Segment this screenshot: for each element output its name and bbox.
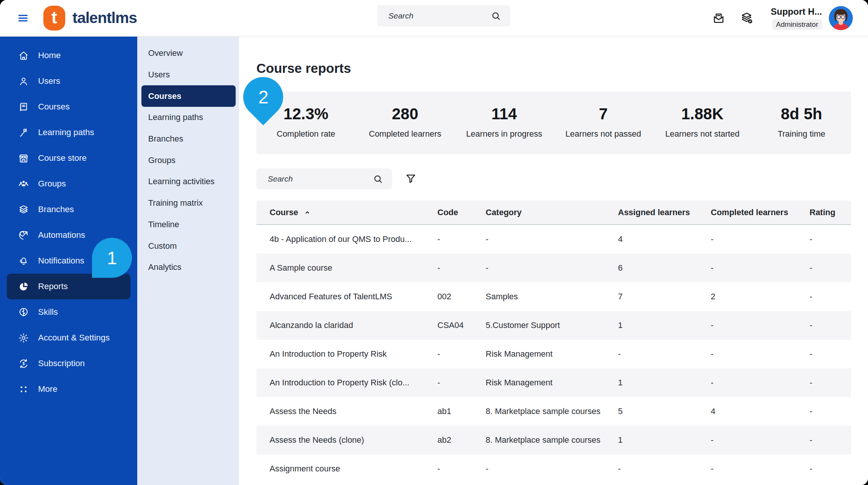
- user-icon: [18, 76, 29, 87]
- sidebar-item-courses[interactable]: Courses: [0, 94, 137, 120]
- sidebar-item-skills[interactable]: Skills: [0, 299, 137, 325]
- cell: 4: [618, 234, 711, 244]
- reports-subnav: OverviewUsersCoursesLearning pathsBranch…: [137, 36, 239, 485]
- subnav-item-learning-paths[interactable]: Learning paths: [137, 107, 239, 128]
- subnav-item-custom[interactable]: Custom: [137, 235, 239, 257]
- stat-label: Completion rate: [277, 129, 335, 139]
- bell-icon: [18, 256, 29, 266]
- subnav-item-learning-activities[interactable]: Learning activities: [137, 171, 239, 192]
- sidebar-item-home[interactable]: Home: [0, 43, 137, 68]
- cell: -: [711, 435, 810, 445]
- subnav-item-overview[interactable]: Overview: [137, 43, 239, 64]
- stat-value: 7: [599, 105, 607, 123]
- cell: 1: [618, 320, 711, 330]
- subnav-item-timeline[interactable]: Timeline: [137, 214, 239, 236]
- cell: Assess the Needs: [270, 406, 437, 416]
- callout-step-1: 1: [92, 238, 132, 278]
- stat-label: Completed learners: [369, 129, 441, 139]
- subnav-item-training-matrix[interactable]: Training matrix: [137, 192, 239, 214]
- cell: Risk Management: [486, 378, 618, 388]
- table-row[interactable]: 4b - Application of our QMS to Produ...-…: [256, 225, 851, 254]
- column-header-label: Completed learners: [711, 208, 788, 217]
- cell: Assignment course: [270, 464, 437, 474]
- column-header-assigned-learners[interactable]: Assigned learners: [618, 208, 711, 217]
- user-name: Support H...: [771, 6, 822, 17]
- cell: -: [618, 349, 711, 359]
- message-icon[interactable]: [712, 11, 725, 25]
- cell: ab1: [437, 406, 486, 416]
- global-search-placeholder: Search: [388, 11, 491, 20]
- search-icon[interactable]: [491, 11, 501, 21]
- column-header-label: Category: [486, 208, 521, 217]
- subnav-item-branches[interactable]: Branches: [137, 128, 239, 150]
- table-row[interactable]: Alcanzando la claridadCSA045.Customer Su…: [256, 311, 851, 340]
- cell: -: [437, 349, 486, 359]
- table-search-placeholder: Search: [268, 174, 373, 183]
- pie-icon: [18, 281, 29, 292]
- grid-icon: [18, 384, 29, 395]
- sidebar-item-label: Branches: [38, 205, 74, 214]
- cell: An Introduction to Property Risk: [270, 349, 437, 359]
- sidebar-item-course-store[interactable]: Course store: [0, 145, 137, 171]
- subnav-item-analytics[interactable]: Analytics: [137, 257, 239, 278]
- table-body: 4b - Application of our QMS to Produ...-…: [256, 225, 851, 483]
- stat-learners-not-started: 1.88KLearners not started: [653, 91, 752, 154]
- sidebar-item-users[interactable]: Users: [0, 68, 137, 94]
- cell: Samples: [486, 292, 618, 302]
- sidebar-item-more[interactable]: More: [0, 376, 137, 402]
- cell: 002: [437, 292, 486, 302]
- stat-value: 114: [491, 105, 517, 123]
- sidebar-item-learning-paths[interactable]: Learning paths: [0, 120, 137, 145]
- book-icon: [18, 102, 29, 112]
- stack-icon[interactable]: [740, 11, 753, 25]
- table-row[interactable]: Assess the Needs (clone)ab28. Marketplac…: [256, 426, 851, 454]
- hamburger-menu-icon[interactable]: [17, 12, 29, 24]
- sidebar-item-account-settings[interactable]: Account & Settings: [0, 325, 137, 351]
- sidebar-item-label: More: [38, 384, 57, 394]
- table-row[interactable]: An Introduction to Property Risk (clo...…: [256, 368, 851, 397]
- sidebar-item-label: Users: [38, 76, 60, 86]
- table-row[interactable]: Assess the Needsab18. Marketplace sample…: [256, 397, 851, 426]
- cell: 4b - Application of our QMS to Produ...: [270, 234, 437, 244]
- stat-label: Learners in progress: [466, 129, 542, 139]
- stat-label: Learners not passed: [566, 129, 641, 139]
- column-header-rating[interactable]: Rating: [810, 208, 851, 217]
- sidebar-item-subscription[interactable]: $Subscription: [0, 351, 137, 376]
- brand-wordmark[interactable]: talentlms: [72, 0, 137, 36]
- automation-icon: [18, 230, 29, 241]
- column-header-completed-learners[interactable]: Completed learners: [711, 208, 810, 217]
- user-menu[interactable]: Support H... Administrator: [771, 6, 822, 30]
- cell: -: [711, 378, 810, 388]
- table-row[interactable]: A Sample course--6--: [256, 254, 851, 282]
- cell: -: [711, 464, 810, 474]
- cell: An Introduction to Property Risk (clo...: [270, 378, 437, 388]
- table-search-input[interactable]: Search: [256, 168, 392, 189]
- table-row[interactable]: Assignment course-----: [256, 454, 851, 483]
- cell: Advanced Features of TalentLMS: [270, 292, 437, 302]
- subnav-item-users[interactable]: Users: [137, 64, 239, 86]
- stat-value: 8d 5h: [781, 105, 822, 123]
- filter-icon[interactable]: [405, 172, 417, 185]
- table-row[interactable]: Advanced Features of TalentLMS002Samples…: [256, 282, 851, 311]
- global-search-input[interactable]: Search: [377, 5, 510, 26]
- cell: -: [810, 320, 851, 330]
- sidebar-item-groups[interactable]: Groups: [0, 171, 137, 197]
- column-header-course[interactable]: Course: [270, 208, 437, 217]
- stat-label: Training time: [778, 129, 825, 139]
- avatar[interactable]: [829, 6, 853, 30]
- search-icon[interactable]: [373, 174, 383, 184]
- stat-learners-in-progress: 114Learners in progress: [455, 91, 554, 154]
- app-window: t talentlms Search Support H... Administ…: [0, 0, 868, 485]
- talentlms-logo-icon[interactable]: t: [43, 6, 65, 31]
- subnav-item-courses[interactable]: Courses: [141, 85, 236, 107]
- subnav-item-groups[interactable]: Groups: [137, 149, 239, 171]
- sidebar-item-branches[interactable]: Branches: [0, 197, 137, 222]
- stat-value: 1.88K: [681, 105, 724, 123]
- column-header-category[interactable]: Category: [486, 208, 618, 217]
- cell: 2: [711, 292, 810, 302]
- table-row[interactable]: An Introduction to Property Risk-Risk Ma…: [256, 340, 851, 368]
- cell: Assess the Needs (clone): [270, 435, 437, 445]
- column-header-code[interactable]: Code: [437, 208, 486, 217]
- callout-2-number: 2: [258, 87, 268, 108]
- sidebar-item-label: Learning paths: [38, 128, 94, 137]
